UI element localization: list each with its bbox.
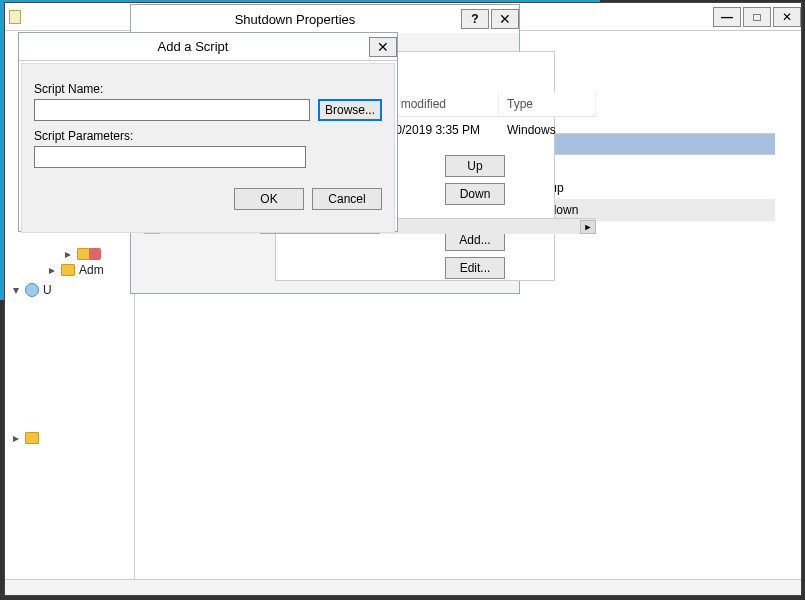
- browse-button[interactable]: Browse...: [318, 99, 382, 121]
- tree-item[interactable]: ▸ Adm: [47, 263, 132, 277]
- folder-icon: [61, 264, 75, 276]
- maximize-button[interactable]: □: [743, 7, 771, 27]
- tree-item-label: U: [43, 283, 52, 297]
- users-icon: [25, 283, 39, 297]
- tree-item[interactable]: ▾ U: [11, 283, 132, 297]
- tree-item-label: Adm: [79, 263, 104, 277]
- script-params-input[interactable]: [34, 146, 306, 168]
- minimize-button[interactable]: —: [713, 7, 741, 27]
- tree-item[interactable]: ▸: [63, 247, 132, 261]
- editor-statusbar: [5, 579, 801, 595]
- chevron-right-icon[interactable]: ▸: [11, 431, 21, 445]
- app-icon: [5, 10, 25, 24]
- close-button[interactable]: ✕: [491, 9, 519, 29]
- help-button[interactable]: ?: [461, 9, 489, 29]
- add-script-dialog: Add a Script ✕ Script Name: Browse... Sc…: [18, 32, 398, 232]
- script-name-label: Script Name:: [34, 82, 382, 96]
- props-title: Shutdown Properties: [235, 12, 356, 27]
- edit-button[interactable]: Edit...: [445, 257, 505, 279]
- file-type: Windows: [499, 117, 596, 145]
- chevron-right-icon[interactable]: ▸: [63, 247, 73, 261]
- close-button[interactable]: ✕: [369, 37, 397, 57]
- chevron-right-icon[interactable]: ▸: [47, 263, 57, 277]
- folder-icon: [25, 432, 39, 444]
- cancel-button[interactable]: Cancel: [312, 188, 382, 210]
- tree-item[interactable]: ▸: [11, 431, 132, 445]
- script-params-label: Script Parameters:: [34, 129, 382, 143]
- props-titlebar: Shutdown Properties ? ✕: [131, 5, 519, 33]
- script-name-input[interactable]: [34, 99, 310, 121]
- ok-button[interactable]: OK: [234, 188, 304, 210]
- chevron-down-icon[interactable]: ▾: [11, 283, 21, 297]
- close-button[interactable]: ✕: [773, 7, 801, 27]
- addscr-title: Add a Script: [158, 39, 229, 54]
- addscr-titlebar: Add a Script ✕: [19, 33, 397, 61]
- scroll-right-icon[interactable]: ►: [580, 220, 596, 234]
- addscr-body: Script Name: Browse... Script Parameters…: [21, 63, 395, 233]
- chart-icon: [89, 248, 101, 260]
- col-type[interactable]: Type: [499, 92, 596, 116]
